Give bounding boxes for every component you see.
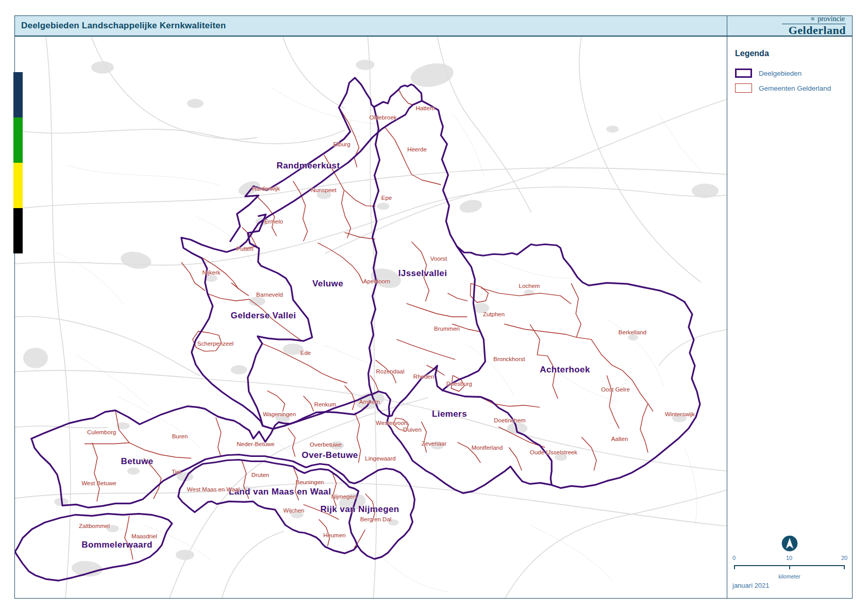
municipality-label: Beuningen (296, 479, 324, 485)
municipality-label: Oude IJsselstreek (530, 449, 577, 455)
page-title: Deelgebieden Landschappelijke Kernkwalit… (21, 21, 226, 31)
header-bar: Deelgebieden Landschappelijke Kernkwalit… (14, 15, 727, 36)
logo-box: ≡ provincie Gelderland (727, 15, 853, 36)
municipality-label: Nunspeet (311, 187, 336, 193)
municipality-label: Culemborg (87, 429, 116, 435)
page: Deelgebieden Landschappelijke Kernkwalit… (0, 0, 868, 613)
municipality-label: Wageningen (263, 411, 296, 417)
colorbar-segment (13, 208, 23, 253)
municipality-label: Apeldoorn (363, 278, 390, 284)
scale-tick-label: 10 (786, 555, 792, 561)
municipality-label: Berg en Dal (360, 516, 392, 522)
municipality-label: Overbetuwe (310, 441, 342, 448)
legend-item: Deelgebieden (735, 69, 831, 78)
municipality-label: Druten (252, 472, 270, 478)
region-label: Land van Maas en Waal (229, 487, 331, 497)
region-label: IJsselvallei (398, 268, 447, 279)
municipality-label: Lochem (519, 283, 540, 289)
municipality-label: Arnhem (359, 399, 380, 405)
region-label: Betuwe (121, 456, 154, 467)
municipality-label: Berkelland (619, 329, 646, 335)
legend-label: Gemeenten Gelderland (759, 84, 831, 92)
scale-tick-labels: 01020 (734, 555, 845, 562)
municipality-label: Elburg (333, 141, 350, 147)
region-label: Over-Betuwe (302, 450, 358, 461)
municipality-label: Zutphen (483, 311, 505, 317)
scale-bar (734, 565, 845, 570)
legend-swatch (735, 69, 752, 78)
municipality-label: Ermelo (264, 218, 283, 225)
logo-line1: provincie (817, 15, 845, 23)
legend-item: Gemeenten Gelderland (735, 83, 831, 93)
municipality-label: Putten (236, 246, 253, 252)
municipality-label: Montferland (472, 445, 503, 451)
municipality-label: Nijkerk (202, 269, 220, 276)
date-label: januari 2021 (732, 582, 770, 589)
municipality-label: Oldebroek (369, 114, 396, 121)
municipality-label: West Betuwe (81, 480, 116, 486)
municipality-label: Bronckhorst (493, 356, 525, 362)
municipality-label: West Maas en Waal (187, 486, 240, 492)
municipality-label: Neder-Betuwe (237, 441, 275, 447)
municipality-label: Heumen (323, 532, 345, 538)
municipality-label: Winterswijk (665, 411, 695, 417)
municipality-label: Heerde (407, 146, 427, 152)
map-canvas: RandmeerkustVeluweIJsselvalleiGelderse V… (14, 36, 727, 599)
municipality-label: Maasdriel (131, 533, 157, 539)
region-label: Achterhoek (540, 365, 590, 375)
region-label: Randmeerkust (277, 161, 340, 171)
north-arrow-icon (780, 534, 799, 553)
municipality-label: Oost Gelre (601, 386, 630, 393)
municipality-label: Nijmegen (331, 493, 357, 500)
municipality-label: Brummen (434, 326, 460, 332)
legend-swatch (735, 83, 752, 93)
region-label: Liemers (432, 409, 467, 419)
municipality-label: Westervoort (376, 420, 408, 426)
municipality-label: Rozendaal (376, 368, 405, 374)
region-label: Bommelerwaard (81, 540, 152, 550)
municipality-label: Voorst (430, 256, 447, 262)
municipality-label: Duiven (403, 427, 422, 433)
colorbar-segment (13, 72, 23, 117)
municipality-label: Barneveld (256, 292, 283, 298)
logo-bars-icon: ≡ (811, 15, 814, 22)
municipality-label: Harderwijk (252, 185, 280, 192)
legend-panel: Legenda DeelgebiedenGemeenten Gelderland… (727, 36, 853, 599)
logo-line2: Gelderland (789, 25, 846, 36)
municipality-label: Scherpenzeel (197, 340, 233, 347)
municipality-label: Doetinchem (494, 417, 525, 423)
map-labels: RandmeerkustVeluweIJsselvalleiGelderse V… (15, 37, 727, 598)
scale-tick-label: 20 (841, 555, 847, 561)
region-label: Rijk van Nijmegen (320, 504, 399, 515)
legend-title: Legenda (735, 49, 769, 58)
colorbar-segment (13, 117, 23, 163)
scale-unit: kilometer (734, 573, 845, 580)
municipality-label: Zaltbommel (79, 523, 110, 529)
municipality-label: Buren (172, 433, 188, 439)
municipality-label: Lingewaard (365, 455, 395, 462)
municipality-label: Ede (301, 350, 311, 356)
municipality-label: Tiel (172, 469, 181, 475)
municipality-label: Aalten (611, 436, 628, 442)
scale-tick-label: 0 (732, 555, 736, 561)
municipality-label: Doesburg (446, 381, 472, 387)
legend-label: Deelgebieden (759, 70, 802, 77)
municipality-label: Rheden (413, 373, 434, 380)
municipality-label: Wijchen (283, 507, 305, 514)
municipality-label: Zevenaar (422, 440, 447, 447)
classification-colorbar (13, 72, 23, 253)
provincie-gelderland-logo: ≡ provincie Gelderland (782, 15, 846, 36)
region-label: Veluwe (312, 279, 343, 289)
municipality-label: Hattem (415, 105, 435, 111)
municipality-label: Epe (381, 195, 392, 201)
legend-items: DeelgebiedenGemeenten Gelderland (735, 69, 831, 93)
municipality-label: Renkum (314, 401, 337, 407)
colorbar-segment (13, 163, 23, 208)
region-label: Gelderse Vallei (231, 311, 296, 321)
